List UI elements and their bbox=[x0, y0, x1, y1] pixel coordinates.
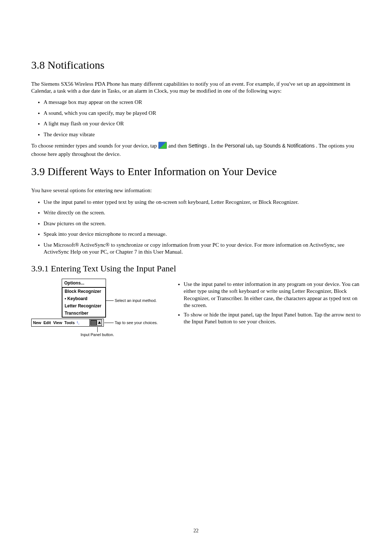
popup-options-item[interactable]: Options... bbox=[62, 279, 106, 287]
list-item: A light may flash on your device OR bbox=[44, 120, 361, 128]
method-block-recognizer[interactable]: Block Recognizer bbox=[62, 288, 105, 295]
list-item: Use the input panel to enter typed text … bbox=[44, 199, 361, 206]
list-item: Write directly on the screen. bbox=[44, 209, 361, 217]
list-item: To show or hide the input panel, tap the… bbox=[184, 311, 361, 326]
para-3-9-intro: You have several options for entering ne… bbox=[31, 187, 361, 194]
input-method-popup: Options... Block Recognizer • Keyboard L… bbox=[62, 279, 106, 318]
menu-view[interactable]: View bbox=[53, 320, 62, 325]
menu-tools[interactable]: Tools bbox=[64, 320, 75, 325]
text-span: and then bbox=[168, 143, 188, 149]
start-flag-icon bbox=[158, 142, 167, 149]
method-letter-recognizer[interactable]: Letter Recognizer bbox=[62, 302, 105, 310]
list-item: Use the input panel to enter information… bbox=[184, 281, 361, 309]
heading-3-9-enter-info: 3.9 Different Ways to Enter Information … bbox=[31, 165, 361, 178]
heading-3-9-1-input-panel: 3.9.1 Entering Text Using the Input Pane… bbox=[31, 264, 361, 274]
cursor-icon: t↓ bbox=[77, 320, 80, 325]
text-span: To choose reminder types and sounds for … bbox=[31, 143, 158, 149]
list-3-9-options: Use the input panel to enter typed text … bbox=[31, 199, 361, 256]
para-3-8-settings: To choose reminder types and sounds for … bbox=[31, 142, 361, 158]
menu-new[interactable]: New bbox=[33, 320, 41, 325]
heading-3-8-notifications: 3.8 Notifications bbox=[31, 59, 361, 71]
text-span: tab, tap bbox=[246, 143, 264, 149]
method-transcriber[interactable]: Transcriber bbox=[62, 310, 105, 317]
keyboard-icon bbox=[90, 320, 97, 325]
method-keyboard[interactable]: • Keyboard bbox=[62, 295, 105, 302]
arrow-up-icon bbox=[98, 321, 101, 324]
callout-tap-choices: Tap to see your choices. bbox=[115, 320, 158, 325]
list-item: Draw pictures on the screen. bbox=[44, 220, 361, 227]
page-number: 22 bbox=[0, 528, 392, 534]
callout-input-panel-button: Input Panel button. bbox=[81, 332, 114, 337]
input-panel-description: Use the input panel to enter information… bbox=[171, 279, 361, 328]
input-panel-button[interactable] bbox=[89, 319, 102, 326]
input-method-list: Block Recognizer • Keyboard Letter Recog… bbox=[62, 287, 106, 318]
list-item: The device may vibrate bbox=[44, 131, 361, 138]
ui-term-personal: Personal bbox=[225, 143, 245, 149]
ui-term-sounds-notifications: Sounds & Notifications bbox=[264, 143, 315, 149]
callout-select-method: Select an input method. bbox=[115, 298, 157, 303]
list-item: A message box may appear on the screen O… bbox=[44, 99, 361, 106]
text-span: . In the bbox=[208, 143, 225, 149]
list-item: Speak into your device microphone to rec… bbox=[44, 231, 361, 238]
editor-menubar: New Edit View Tools t↓ bbox=[31, 319, 104, 327]
list-item: A sound, which you can specify, may be p… bbox=[44, 110, 361, 117]
list-item: Use Microsoft® ActiveSync® to synchroniz… bbox=[44, 242, 361, 256]
para-3-8-intro: The Siemens SX56 Wireless PDA Phone has … bbox=[31, 81, 361, 94]
list-3-8-ways: A message box may appear on the screen O… bbox=[31, 99, 361, 138]
menu-edit[interactable]: Edit bbox=[44, 320, 51, 325]
ui-term-settings: Settings bbox=[188, 143, 207, 149]
